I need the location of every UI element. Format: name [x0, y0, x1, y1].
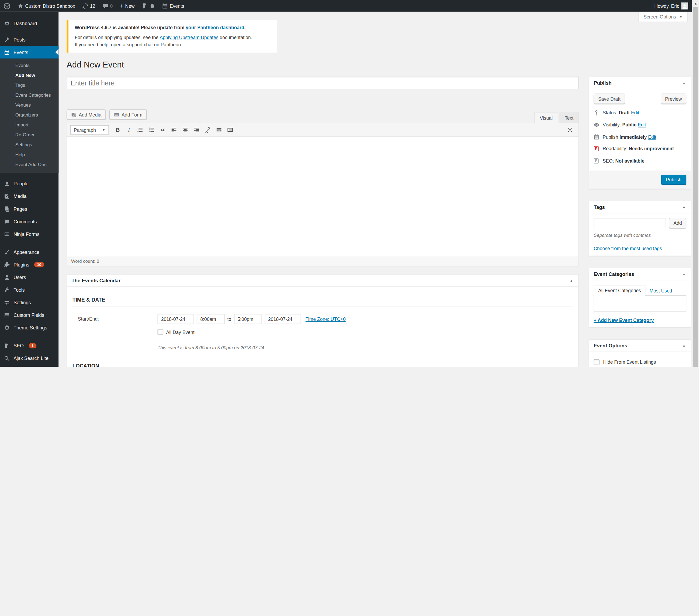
align-center-button[interactable] — [180, 125, 190, 135]
scrollbar-thumb[interactable] — [693, 7, 698, 367]
tags-input[interactable] — [594, 218, 666, 228]
sidebar-item-dashboard[interactable]: Dashboard — [0, 17, 58, 30]
submenu-item-help[interactable]: Help — [0, 150, 58, 160]
submenu-item-events[interactable]: Events — [0, 61, 58, 71]
end-time-input[interactable] — [234, 314, 262, 324]
submenu-item-tags[interactable]: Tags — [0, 81, 58, 91]
new-content-menu[interactable]: + New — [116, 0, 138, 12]
hide-from-listings-checkbox[interactable] — [594, 359, 599, 365]
add-form-label: Add Form — [122, 112, 142, 117]
numbered-list-button[interactable]: 123 — [146, 125, 157, 135]
toolbar-toggle-button[interactable] — [225, 125, 235, 135]
collapse-toggle-icon[interactable]: ▲ — [682, 272, 686, 276]
sidebar-item-ajax-search-lite[interactable]: Ajax Search Lite — [0, 352, 58, 365]
applying-upstream-updates-link[interactable]: Applying Upstream Updates — [160, 35, 219, 40]
site-name: Custom Distro Sandbox — [25, 3, 75, 9]
submenu-item-settings[interactable]: Settings — [0, 140, 58, 150]
all-day-checkbox[interactable] — [157, 329, 163, 335]
timezone-link[interactable]: Time Zone: UTC+0 — [306, 316, 346, 322]
editor-content-area[interactable] — [67, 137, 578, 257]
sidebar-item-tools[interactable]: Tools — [0, 284, 58, 296]
sidebar-item-ninja-forms[interactable]: Ninja Forms — [0, 228, 58, 240]
submenu-item-import[interactable]: Import — [0, 120, 58, 130]
sliders-icon — [3, 299, 10, 305]
sidebar-label: Ajax Search Lite — [13, 356, 49, 361]
page-scrollbar[interactable]: ▲ — [692, 0, 699, 367]
tab-all-event-categories[interactable]: All Event Categories — [594, 285, 646, 296]
add-form-button[interactable]: Add Form — [109, 109, 147, 120]
tab-visual[interactable]: Visual — [534, 113, 558, 123]
plus-icon: + — [120, 2, 123, 9]
italic-button[interactable]: I — [124, 125, 134, 135]
scrollbar-up-arrow[interactable]: ▲ — [692, 1, 699, 6]
save-draft-button[interactable]: Save Draft — [594, 94, 625, 104]
add-tag-button[interactable]: Add — [669, 218, 686, 228]
link-button[interactable] — [202, 125, 213, 135]
sidebar-item-settings[interactable]: Settings — [0, 296, 58, 309]
title-input[interactable] — [67, 77, 579, 89]
read-more-button[interactable] — [214, 125, 224, 135]
submenu-item-organizers[interactable]: Organizers — [0, 110, 58, 120]
edit-visibility-link[interactable]: Edit — [638, 122, 646, 128]
sidebar-item-appearance[interactable]: Appearance — [0, 246, 58, 259]
sidebar-item-theme-settings[interactable]: Theme Settings — [0, 322, 58, 334]
sidebar-item-plugins[interactable]: Plugins 10 — [0, 259, 58, 271]
sidebar-item-pages[interactable]: Pages — [0, 202, 58, 215]
submenu-item-event-add-ons[interactable]: Event Add-Ons — [0, 160, 58, 170]
screen-options-tab[interactable]: Screen Options ▼ — [638, 12, 688, 22]
add-new-event-category-link[interactable]: + Add New Event Category — [594, 317, 654, 323]
wp-logo-menu[interactable]: W — [0, 0, 14, 12]
bullet-list-button[interactable] — [135, 125, 145, 135]
yoast-menu[interactable] — [138, 0, 159, 12]
tab-most-used[interactable]: Most Used — [645, 286, 676, 296]
submenu-item-reorder[interactable]: Re-Order — [0, 130, 58, 140]
align-left-button[interactable] — [169, 125, 179, 135]
my-account-menu[interactable]: Howdy, Eric — [651, 0, 692, 12]
sidebar-item-events[interactable]: Events — [0, 46, 58, 58]
admin-bar: W Custom Distro Sandbox 12 0 + New — [0, 0, 692, 12]
edit-status-link[interactable]: Edit — [631, 110, 639, 115]
start-date-input[interactable] — [157, 314, 194, 324]
events-toolbar-menu[interactable]: Events — [159, 0, 188, 12]
plugin-icon — [3, 262, 10, 267]
publish-button[interactable]: Publish — [661, 174, 686, 185]
bold-button[interactable]: B — [113, 125, 123, 135]
events-toolbar-label: Events — [170, 3, 184, 9]
submenu-item-event-categories[interactable]: Event Categories — [0, 91, 58, 101]
collapse-toggle-icon[interactable]: ▲ — [682, 204, 686, 209]
sidebar-item-seo[interactable]: SEO 1 — [0, 339, 58, 352]
end-date-input[interactable] — [265, 314, 301, 324]
choose-most-used-tags-link[interactable]: Choose from the most used tags — [594, 246, 662, 251]
sidebar-item-custom-fields[interactable]: Custom Fields — [0, 309, 58, 322]
tab-text[interactable]: Text — [559, 113, 579, 123]
align-right-button[interactable] — [191, 125, 202, 135]
submenu-item-add-new[interactable]: Add New — [0, 71, 58, 81]
calendar-icon — [3, 49, 10, 55]
fullscreen-button[interactable] — [565, 125, 575, 135]
sidebar-item-people[interactable]: People — [0, 177, 58, 190]
sidebar-item-posts[interactable]: Posts — [0, 33, 58, 46]
notice-bold-text: WordPress 4.9.7 is available! Please upd… — [75, 25, 185, 30]
blockquote-button[interactable]: “ — [157, 125, 168, 135]
add-media-button[interactable]: Add Media — [67, 109, 106, 120]
wrench-icon — [3, 287, 10, 293]
preview-button[interactable]: Preview — [661, 94, 686, 104]
comments-menu[interactable]: 0 — [99, 0, 116, 12]
form-icon — [3, 231, 10, 237]
pantheon-dashboard-link[interactable]: your Pantheon dashboard — [186, 25, 245, 30]
collapse-toggle-icon[interactable]: ▲ — [569, 278, 573, 283]
paragraph-format-select[interactable]: Paragraph ▼ — [70, 125, 109, 135]
collapse-toggle-icon[interactable]: ▲ — [682, 343, 686, 348]
updates-menu[interactable]: 12 — [79, 0, 99, 12]
sidebar-item-media[interactable]: Media — [0, 190, 58, 202]
edit-schedule-link[interactable]: Edit — [648, 134, 656, 139]
site-name-menu[interactable]: Custom Distro Sandbox — [14, 0, 79, 12]
start-end-label: Start/End: — [78, 316, 99, 322]
collapse-toggle-icon[interactable]: ▲ — [682, 81, 686, 86]
category-list-panel[interactable] — [594, 295, 686, 312]
start-time-input[interactable] — [197, 314, 224, 324]
sidebar-item-comments[interactable]: Comments — [0, 215, 58, 228]
sidebar-item-users[interactable]: Users — [0, 271, 58, 284]
sidebar-label: Ninja Forms — [13, 232, 39, 237]
submenu-item-venues[interactable]: Venues — [0, 101, 58, 110]
